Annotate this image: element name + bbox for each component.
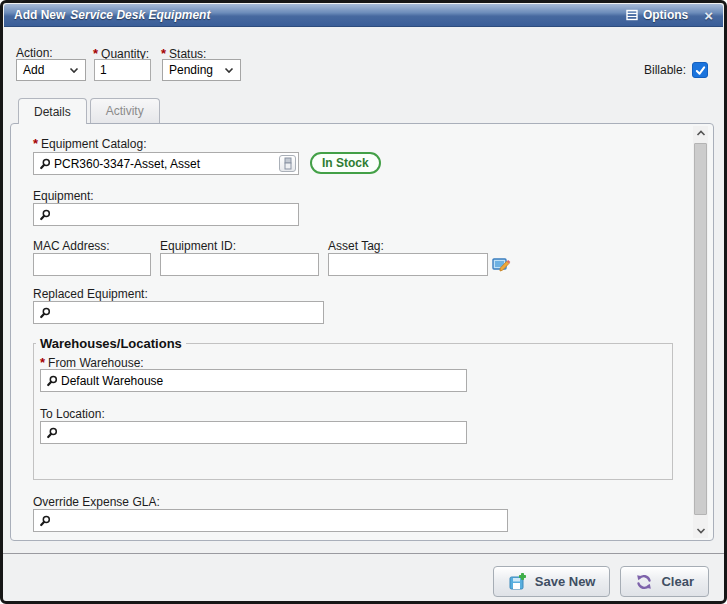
equipment-field [33, 203, 299, 226]
to-location-field [40, 421, 467, 444]
options-button[interactable]: Options [626, 8, 688, 22]
equipment-catalog-label: *Equipment Catalog: [33, 136, 146, 151]
equipment-catalog-input[interactable] [54, 154, 276, 173]
dialog-title: Add NewService Desk Equipment [14, 8, 210, 22]
from-warehouse-field [40, 369, 467, 392]
mac-address-input[interactable] [33, 253, 151, 276]
catalog-detail-button[interactable] [279, 155, 296, 172]
replaced-equipment-field [33, 301, 324, 324]
equipment-catalog-field [33, 152, 299, 175]
save-new-button[interactable]: Save New [493, 566, 611, 597]
equipment-label: Equipment: [33, 189, 94, 203]
replaced-equipment-label: Replaced Equipment: [33, 287, 148, 301]
search-icon [46, 375, 58, 387]
tab-activity[interactable]: Activity [90, 98, 160, 123]
vertical-scrollbar[interactable] [693, 126, 708, 538]
action-select[interactable]: Add [16, 59, 86, 81]
action-label: Action: [16, 46, 53, 60]
scroll-down-icon[interactable] [693, 523, 708, 538]
from-warehouse-input[interactable] [61, 371, 464, 390]
mac-address-label: MAC Address: [33, 239, 110, 253]
chevron-down-icon [224, 67, 234, 74]
clear-label: Clear [661, 574, 694, 589]
from-warehouse-label: *From Warehouse: [40, 355, 144, 370]
override-gla-label: Override Expense GLA: [33, 495, 160, 509]
tab-strip: Details Activity [10, 98, 714, 123]
titlebar: Add NewService Desk Equipment Options × [4, 4, 723, 27]
footer-buttons: Save New Clear [493, 566, 709, 597]
details-tab-content: *Equipment Catalog: In Stock Equipm [10, 123, 714, 541]
equipment-id-input[interactable] [160, 253, 319, 276]
search-icon [46, 427, 58, 439]
clear-button[interactable]: Clear [620, 566, 709, 597]
equipment-input[interactable] [54, 205, 296, 224]
eraser-icon [283, 157, 293, 170]
required-marker: * [40, 355, 45, 370]
tab-panel: Details Activity *Equipment Catalog: [10, 98, 714, 541]
edit-asset-button[interactable] [492, 255, 512, 275]
asset-tag-input[interactable] [328, 253, 488, 276]
replaced-equipment-input[interactable] [54, 303, 321, 322]
group-title: Warehouses/Locations [36, 336, 186, 351]
search-icon [39, 515, 51, 527]
refresh-icon [635, 573, 653, 591]
search-icon [39, 307, 51, 319]
dialog-title-prefix: Add New [14, 8, 65, 22]
billable-checkbox[interactable] [692, 62, 708, 78]
chevron-down-icon [69, 67, 79, 74]
search-icon [39, 158, 51, 170]
save-new-label: Save New [535, 574, 596, 589]
add-equipment-dialog: Add NewService Desk Equipment Options × … [0, 0, 727, 604]
scrollbar-thumb[interactable] [694, 143, 707, 515]
options-icon [626, 9, 638, 21]
to-location-input[interactable] [61, 423, 464, 442]
asset-tag-label: Asset Tag: [328, 239, 384, 253]
options-label: Options [643, 8, 688, 22]
in-stock-badge: In Stock [310, 152, 381, 174]
status-select[interactable]: Pending [162, 59, 241, 81]
search-icon [39, 209, 51, 221]
warehouses-locations-group: Warehouses/Locations *From Warehouse: To… [33, 336, 673, 480]
required-marker: * [33, 136, 38, 151]
checkmark-icon [695, 65, 706, 76]
dialog-title-emphasis: Service Desk Equipment [70, 8, 210, 22]
action-select-value: Add [23, 63, 44, 77]
edit-icon [492, 255, 512, 275]
equipment-id-label: Equipment ID: [160, 239, 236, 253]
override-gla-input[interactable] [54, 511, 505, 530]
close-icon[interactable]: × [704, 8, 713, 23]
tab-details[interactable]: Details [18, 98, 87, 124]
quantity-input[interactable] [94, 59, 151, 81]
billable-field: Billable: [644, 62, 708, 78]
billable-label: Billable: [644, 63, 686, 77]
scroll-up-icon[interactable] [693, 126, 708, 141]
override-gla-field [33, 509, 508, 532]
to-location-label: To Location: [40, 407, 105, 421]
status-select-value: Pending [169, 63, 213, 77]
save-plus-icon [508, 572, 527, 591]
footer-divider [3, 553, 724, 554]
